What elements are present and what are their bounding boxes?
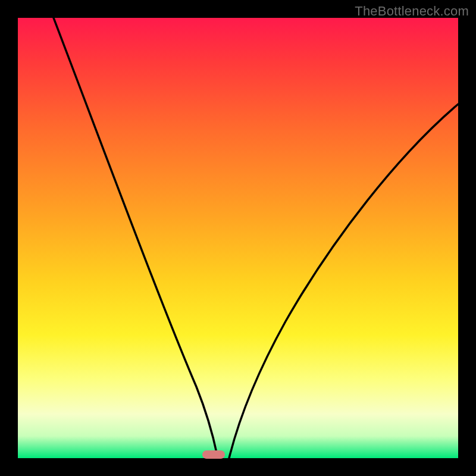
watermark-text: TheBottleneck.com — [355, 4, 469, 19]
optimal-marker — [202, 450, 225, 459]
curve-left — [54, 18, 218, 458]
chart-area — [18, 18, 458, 458]
bottleneck-curve — [18, 18, 458, 458]
curve-right — [229, 104, 458, 458]
